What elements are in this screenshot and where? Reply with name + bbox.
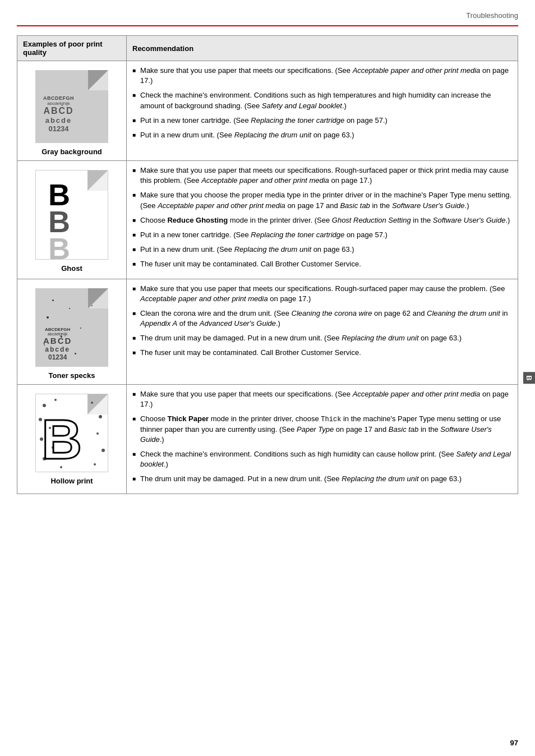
list-item: Put in a new drum unit. (See Replacing t… — [132, 130, 512, 140]
rec-text: Make sure that you use paper that meets … — [140, 66, 512, 86]
example-cell-toner: ABCDEFGH abcdefghijk ABCD abcde 01234 To… — [17, 279, 127, 384]
dot — [102, 449, 105, 452]
col2-header: Recommendation — [127, 36, 518, 61]
italic-text: Replacing the toner cartridge — [251, 231, 344, 239]
dot — [43, 404, 46, 407]
speck — [91, 305, 93, 306]
italic-text: Basic tab — [340, 201, 370, 210]
mono-text: Thick — [321, 416, 341, 423]
example-cell-hollow: B Hollow print — [17, 384, 127, 494]
speck — [47, 316, 49, 319]
rec-text: The fuser unit may be contaminated. Call… — [140, 259, 361, 269]
toner-line5: 01234 — [43, 353, 72, 361]
italic-text: Acceptable paper and other print media — [353, 390, 481, 398]
list-item: Check the machine's environment. Conditi… — [132, 90, 512, 110]
list-item: Make sure that you use paper that meets … — [132, 284, 512, 304]
hollow-print-image: B — [35, 394, 108, 472]
list-item: Put in a new drum unit. (See Replacing t… — [132, 245, 512, 255]
rec-cell-hollow: Make sure that you use paper that meets … — [127, 384, 518, 494]
gray-bg-text: ABCDEFGH abcdefghijk ABCD abcde 01234 — [43, 95, 74, 133]
ghost-label: Ghost — [23, 264, 121, 273]
gray-bg-line5: 01234 — [43, 125, 74, 133]
list-item: Put in a new toner cartridge. (See Repla… — [132, 116, 512, 126]
bold-text: Reduce Ghosting — [167, 216, 228, 224]
list-item: Choose Thick Paper mode in the printer d… — [132, 414, 512, 445]
speck — [69, 308, 70, 309]
rec-text: Put in a new drum unit. (See Replacing t… — [140, 130, 354, 140]
rec-text: Check the machine's environment. Conditi… — [140, 90, 512, 110]
italic-text: Cleaning the drum unit — [427, 309, 500, 317]
gray-bg-line4: abcde — [43, 116, 74, 125]
toner-line3: ABCD — [43, 336, 72, 345]
rec-cell-gray-bg: Make sure that you use paper that meets … — [127, 61, 518, 161]
italic-text: Appendix A — [140, 319, 177, 328]
list-item: Check the machine's environment. Conditi… — [132, 449, 512, 469]
rec-text: The fuser unit may be contaminated. Call… — [140, 348, 361, 358]
gray-bg-line2: abcdefghijk — [43, 101, 74, 106]
italic-text: Replacing the drum unit — [342, 474, 418, 483]
list-item: Choose Reduce Ghosting mode in the print… — [132, 215, 512, 225]
rec-text: Put in a new toner cartridge. (See Repla… — [140, 116, 388, 126]
rec-text: Make sure that you use paper that meets … — [140, 165, 512, 186]
page-number: 97 — [510, 739, 518, 747]
rec-text: Check the machine's environment. Conditi… — [140, 449, 512, 469]
rec-text: The drum unit may be damaged. Put in a n… — [140, 474, 462, 484]
ghost-image: B B B — [35, 170, 108, 260]
speck — [80, 328, 81, 329]
dot — [54, 399, 57, 401]
toner-line4: abcde — [43, 345, 72, 353]
italic-text: Safety and Legal booklet — [140, 450, 511, 468]
toner-line2: abcdefghijk — [43, 332, 72, 336]
col1-header: Examples of poor print quality — [17, 36, 127, 61]
italic-text: Acceptable paper and other print media — [353, 66, 481, 75]
italic-text: Replacing the drum unit — [234, 131, 311, 139]
table-row: ABCDEFGH abcdefghijk ABCD abcde 01234 To… — [17, 279, 518, 384]
italic-text: Software User's Guide — [392, 201, 465, 210]
gray-bg-line3: ABCD — [43, 106, 74, 116]
italic-text: Ghost Reduction Setting — [332, 216, 411, 224]
section-tab: B — [523, 372, 535, 384]
rec-text: Choose Thick Paper mode in the printer d… — [140, 414, 512, 445]
list-item: The fuser unit may be contaminated. Call… — [132, 259, 512, 269]
ghost-b3: B — [48, 233, 70, 264]
dot — [94, 463, 96, 465]
hollow-dots-svg: B — [36, 394, 109, 473]
list-item: Make sure that you use paper that meets … — [132, 66, 512, 86]
table-row: ABCDEFGH abcdefghijk ABCD abcde 01234 Gr… — [17, 61, 518, 161]
dot — [91, 402, 93, 404]
italic-text: Cleaning the corona wire — [292, 309, 372, 317]
dot — [96, 432, 99, 435]
rec-text: Put in a new drum unit. (See Replacing t… — [140, 245, 354, 255]
list-item: Make sure that you choose the proper med… — [132, 190, 512, 210]
page-header: Troubleshooting — [17, 11, 518, 26]
gray-background-image: ABCDEFGH abcdefghijk ABCD abcde 01234 — [35, 70, 108, 143]
rec-list-hollow: Make sure that you use paper that meets … — [132, 389, 512, 485]
rec-text: The drum unit may be damaged. Put in a n… — [140, 333, 462, 343]
toner-specks-label: Toner specks — [23, 371, 121, 380]
hollow-print-label: Hollow print — [23, 477, 121, 485]
rec-text: Clean the corona wire and the drum unit.… — [140, 308, 512, 329]
italic-text: Safety and Legal booklet — [262, 102, 342, 110]
table-row: B Hollow print Make sure that you use pa… — [17, 384, 518, 494]
italic-text: Replacing the drum unit — [234, 245, 311, 253]
list-item: Make sure that you use paper that meets … — [132, 389, 512, 409]
rec-list-gray-bg: Make sure that you use paper that meets … — [132, 66, 512, 140]
italic-text: Replacing the toner cartridge — [251, 116, 344, 125]
page-fold-icon — [87, 170, 108, 191]
header-title: Troubleshooting — [466, 11, 518, 20]
rec-text: Make sure that you use paper that meets … — [140, 389, 512, 409]
rec-text: Make sure that you choose the proper med… — [140, 190, 512, 210]
rec-text: Make sure that you use paper that meets … — [140, 284, 512, 304]
italic-text: Advanced User's Guide — [200, 319, 276, 328]
page-fold-icon — [88, 70, 108, 90]
list-item: Make sure that you use paper that meets … — [132, 165, 512, 186]
gray-background-label: Gray background — [23, 147, 121, 156]
example-cell-ghost: B B B Ghost — [17, 161, 127, 279]
list-item: The drum unit may be damaged. Put in a n… — [132, 474, 512, 484]
main-table: Examples of poor print quality Recommend… — [17, 35, 518, 494]
italic-text: Acceptable paper and other print media — [201, 176, 329, 185]
toner-specks-image: ABCDEFGH abcdefghijk ABCD abcde 01234 — [35, 288, 108, 367]
speck — [75, 353, 76, 354]
hollow-b-text: B — [41, 408, 82, 471]
rec-list-toner: Make sure that you use paper that meets … — [132, 284, 512, 358]
